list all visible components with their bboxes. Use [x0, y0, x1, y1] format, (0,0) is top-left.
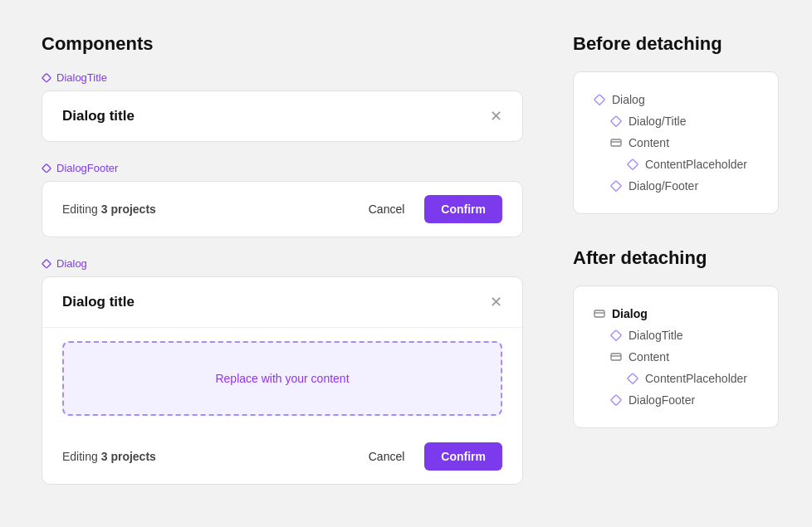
footer2-actions: Cancel Confirm	[359, 442, 502, 471]
placeholder-text: Replace with your content	[215, 372, 349, 385]
dialog-title-card: Dialog title ✕	[42, 90, 523, 142]
svg-rect-4	[611, 116, 622, 127]
dialog-content-placeholder: Replace with your content	[62, 341, 502, 416]
tree-item: Dialog	[594, 89, 758, 110]
dialog-component-label: Dialog	[42, 257, 523, 270]
tree-item-label: Dialog	[612, 307, 648, 320]
tree-item-label: ContentPlaceholder	[645, 372, 747, 385]
diamond-tree-icon	[627, 159, 638, 170]
cancel2-button[interactable]: Cancel	[359, 443, 415, 470]
svg-rect-1	[42, 163, 51, 173]
after-tree-card: DialogDialogTitleContentContentPlacehold…	[573, 285, 779, 428]
dialog-title-bar: Dialog title ✕	[42, 91, 522, 141]
confirm-button[interactable]: Confirm	[424, 195, 502, 223]
dialog2-title-text: Dialog title	[62, 294, 135, 310]
components-heading: Components	[42, 33, 523, 55]
tree-item-label: DialogTitle	[629, 329, 683, 342]
dialog-card: Dialog title ✕ Replace with your content…	[42, 276, 523, 485]
svg-rect-15	[611, 395, 622, 406]
diamond-tree-icon	[610, 180, 622, 192]
before-heading: Before detaching	[573, 33, 779, 55]
diamond-tree-icon	[594, 94, 605, 105]
dialog-footer-bar: Editing 3 projects Cancel Confirm	[42, 182, 522, 237]
svg-rect-11	[611, 330, 622, 341]
tree-item: ContentPlaceholder	[594, 368, 758, 389]
before-tree-card: DialogDialog/TitleContentContentPlacehol…	[573, 71, 779, 214]
footer-actions: Cancel Confirm	[359, 195, 502, 223]
footer-prefix: Editing	[62, 203, 101, 216]
tree-item: ContentPlaceholder	[594, 154, 758, 175]
tree-item-label: Dialog/Footer	[629, 179, 698, 193]
footer2-prefix: Editing	[62, 450, 101, 463]
svg-rect-8	[611, 181, 622, 192]
tree-item-label: Dialog	[612, 93, 645, 106]
svg-rect-7	[628, 159, 638, 170]
tree-item: DialogTitle	[594, 324, 758, 346]
tree-item: Dialog/Title	[594, 110, 758, 132]
svg-rect-5	[611, 139, 621, 146]
rect-tree-icon	[594, 308, 605, 320]
dialog-title-text: Dialog title	[62, 108, 135, 124]
rect-tree-icon	[610, 137, 622, 149]
svg-rect-3	[594, 95, 605, 105]
dialog-title-label: DialogTitle	[56, 71, 107, 84]
component-diamond-icon2	[42, 163, 51, 173]
dialog-footer-label: DialogFooter	[56, 162, 118, 174]
tree-item-label: DialogFooter	[629, 393, 695, 407]
diamond-tree-icon	[627, 373, 638, 384]
footer-bold: 3 projects	[101, 203, 156, 216]
dialog2-footer-bar: Editing 3 projects Cancel Confirm	[42, 429, 522, 484]
footer2-bold: 3 projects	[101, 450, 156, 463]
confirm2-button[interactable]: Confirm	[424, 442, 502, 471]
svg-rect-12	[611, 354, 621, 360]
rect-tree-icon	[610, 351, 622, 363]
tree-item: Dialog	[594, 303, 758, 324]
tree-item: Content	[594, 346, 758, 368]
right-column: Before detaching DialogDialog/TitleConte…	[573, 33, 779, 505]
dialog-footer-card: Editing 3 projects Cancel Confirm	[42, 181, 523, 237]
diamond-tree-icon	[610, 394, 622, 406]
tree-item: Content	[594, 132, 758, 154]
svg-rect-14	[628, 373, 638, 384]
tree-item: Dialog/Footer	[594, 175, 758, 197]
cancel-button[interactable]: Cancel	[359, 196, 415, 222]
footer2-editing-text: Editing 3 projects	[62, 450, 156, 463]
tree-item-label: Content	[629, 350, 669, 364]
diamond-tree-icon	[610, 329, 622, 341]
tree-item-label: Dialog/Title	[629, 115, 687, 128]
component-diamond-icon	[42, 73, 51, 83]
dialog2-title-bar: Dialog title ✕	[42, 277, 522, 328]
tree-item-label: Content	[629, 136, 669, 149]
svg-rect-0	[42, 73, 51, 82]
svg-rect-9	[594, 310, 604, 317]
close-icon2[interactable]: ✕	[490, 295, 502, 310]
footer-editing-text: Editing 3 projects	[62, 203, 156, 216]
dialog-title-component-label: DialogTitle	[42, 71, 523, 84]
dialog-footer-component-label: DialogFooter	[42, 162, 523, 174]
diamond-tree-icon	[610, 115, 622, 127]
tree-item: DialogFooter	[594, 389, 758, 411]
dialog-label: Dialog	[56, 257, 87, 270]
after-heading: After detaching	[573, 247, 779, 269]
left-column: Components DialogTitle Dialog title ✕ Di…	[42, 33, 523, 505]
component-diamond-icon3	[42, 259, 51, 269]
close-icon[interactable]: ✕	[490, 109, 502, 124]
tree-item-label: ContentPlaceholder	[645, 158, 747, 171]
svg-rect-2	[42, 259, 51, 268]
